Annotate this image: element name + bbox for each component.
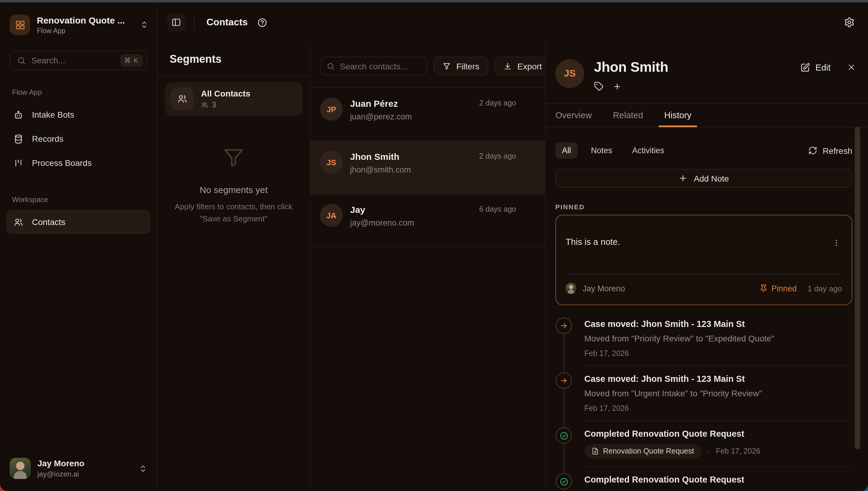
global-search-input[interactable]: ⌘ K	[10, 51, 147, 70]
pinned-status: Pinned	[772, 284, 797, 293]
sidebar-toggle-button[interactable]	[167, 13, 185, 31]
sidebar-nav: Flow App Intake Bots Records Process Boa…	[0, 88, 157, 234]
dot-separator: ·	[707, 447, 710, 455]
edit-label: Edit	[815, 62, 831, 72]
topbar-divider	[194, 15, 194, 30]
timeline-item: Case moved: Jhon Smith - 123 Main St Mov…	[555, 311, 852, 366]
note-author: Jay Moreno	[583, 284, 625, 293]
filter-pill-notes[interactable]: Notes	[584, 142, 619, 158]
sidebar-item-intake-bots[interactable]: Intake Bots	[6, 103, 151, 127]
file-text-icon	[592, 447, 599, 455]
tag-icon[interactable]	[594, 81, 604, 91]
timeline-item: Case moved: Jhon Smith - 123 Main St Mov…	[555, 366, 852, 421]
detail-title: Jhon Smith	[594, 59, 668, 76]
contact-row-juan-perez[interactable]: JP Juan Pérez juan@perez.com 2 days ago	[310, 88, 545, 141]
segment-title: All Contacts	[201, 89, 250, 98]
contact-search-box[interactable]	[320, 57, 427, 76]
page-title: Contacts	[206, 17, 248, 28]
pin-icon	[759, 284, 768, 293]
check-circle-icon	[559, 477, 568, 486]
contact-list-panel: Filters Export JP Juan Pérez juan@pe	[310, 42, 546, 491]
note-time: 1 day ago	[808, 284, 842, 293]
search-icon	[17, 56, 26, 65]
tab-history[interactable]: History	[664, 104, 692, 127]
database-icon	[13, 134, 24, 144]
sidebar-item-label: Intake Bots	[32, 110, 74, 119]
sidebar-item-label: Process Boards	[32, 158, 92, 168]
empty-title: No segments yet	[173, 184, 294, 195]
sidebar-item-label: Contacts	[32, 217, 65, 227]
contact-email: jhon@smith.com	[350, 165, 411, 174]
edit-button[interactable]: Edit	[801, 62, 831, 72]
kebab-menu-icon[interactable]	[831, 237, 842, 249]
tab-overview[interactable]: Overview	[555, 104, 592, 127]
arrow-right-icon	[560, 376, 568, 385]
close-icon[interactable]	[847, 63, 856, 72]
app-logo-grid-icon	[10, 15, 30, 35]
filter-pill-all[interactable]: All	[555, 142, 578, 158]
window-top-edge	[0, 0, 868, 2]
chevrons-up-down-icon	[140, 21, 148, 29]
contact-row-jay[interactable]: JA Jay jay@moreno.com 6 days ago	[310, 194, 545, 247]
circle-help-icon[interactable]	[257, 17, 268, 27]
timeline-date: Feb 17, 2026	[584, 349, 852, 358]
filter-pill-activities[interactable]: Activities	[626, 142, 671, 158]
timeline-subtitle: Moved from "Urgent Intake" to "Priority …	[584, 388, 852, 398]
chevrons-up-down-icon	[139, 464, 147, 472]
square-pen-icon	[801, 62, 810, 72]
segment-count: 3	[212, 101, 216, 109]
contact-name: Jhon Smith	[350, 151, 411, 162]
search-shortcut-badge: ⌘ K	[120, 54, 143, 67]
contact-email: jay@moreno.com	[350, 219, 414, 227]
sidebar-item-contacts[interactable]: Contacts	[6, 210, 151, 234]
timeline-date: Feb 17, 2026	[716, 447, 760, 455]
check-circle-icon	[559, 431, 568, 440]
timeline-item: Completed Renovation Quote Request	[555, 467, 852, 491]
gear-icon[interactable]	[844, 17, 855, 28]
app-title: Renovation Quote ...	[37, 15, 133, 25]
timeline-item: Completed Renovation Quote Request Renov…	[555, 421, 852, 467]
timeline-title: Completed Renovation Quote Request	[584, 429, 852, 438]
avatar: JP	[320, 98, 343, 121]
sidebar-item-process-boards[interactable]: Process Boards	[6, 151, 151, 175]
current-user-menu[interactable]: Jay Moreno jay@iozen.ai	[0, 450, 157, 491]
user-avatar	[10, 458, 31, 479]
contact-email: juan@perez.com	[350, 112, 412, 121]
scrollbar-thumb[interactable]	[855, 127, 860, 450]
timeline-date: Feb 17, 2026	[584, 404, 852, 412]
pinned-section-label: PINNED	[555, 203, 852, 210]
plus-icon	[679, 174, 688, 183]
tab-related[interactable]: Related	[613, 104, 643, 127]
refresh-button[interactable]: Refresh	[808, 146, 852, 155]
segments-heading: Segments	[158, 42, 310, 76]
contact-row-jhon-smith[interactable]: JS Jhon Smith jhon@smith.com 2 days ago	[310, 141, 545, 194]
search-icon	[327, 62, 335, 70]
workspace-switcher[interactable]: Renovation Quote ... Flow App	[0, 2, 157, 35]
add-note-button[interactable]: Add Note	[555, 169, 852, 187]
refresh-label: Refresh	[823, 146, 852, 155]
contact-updated: 2 days ago	[479, 152, 516, 161]
sidebar-item-records[interactable]: Records	[6, 127, 151, 151]
add-tag-plus-icon[interactable]	[613, 82, 622, 91]
filters-label: Filters	[456, 61, 479, 71]
timeline-title: Completed Renovation Quote Request	[584, 475, 852, 484]
timeline-title: Case moved: Jhon Smith - 123 Main St	[584, 374, 852, 384]
user-email: jay@iozen.ai	[37, 470, 85, 478]
global-search-field[interactable]	[31, 56, 114, 65]
contact-detail-panel: JS Jhon Smith Edit	[546, 42, 868, 491]
contact-updated: 2 days ago	[479, 99, 516, 107]
pinned-note-card: This is a note. Jay Moreno	[555, 215, 852, 305]
export-button[interactable]: Export	[494, 57, 546, 76]
contact-search-input[interactable]	[340, 61, 421, 71]
filters-button[interactable]: Filters	[433, 57, 488, 76]
add-note-label: Add Note	[694, 173, 729, 183]
download-icon	[503, 62, 512, 70]
refresh-icon	[808, 146, 817, 155]
segment-all-contacts[interactable]: All Contacts 3	[165, 82, 302, 116]
avatar: JS	[555, 59, 584, 88]
empty-caption: Apply filters to contacts, then click "S…	[173, 201, 294, 225]
sidebar: Renovation Quote ... Flow App ⌘ K Flow A…	[0, 2, 158, 491]
nav-section-workspace: Workspace	[12, 196, 157, 204]
app-subtitle: Flow App	[37, 27, 133, 34]
users-icon	[201, 102, 208, 109]
